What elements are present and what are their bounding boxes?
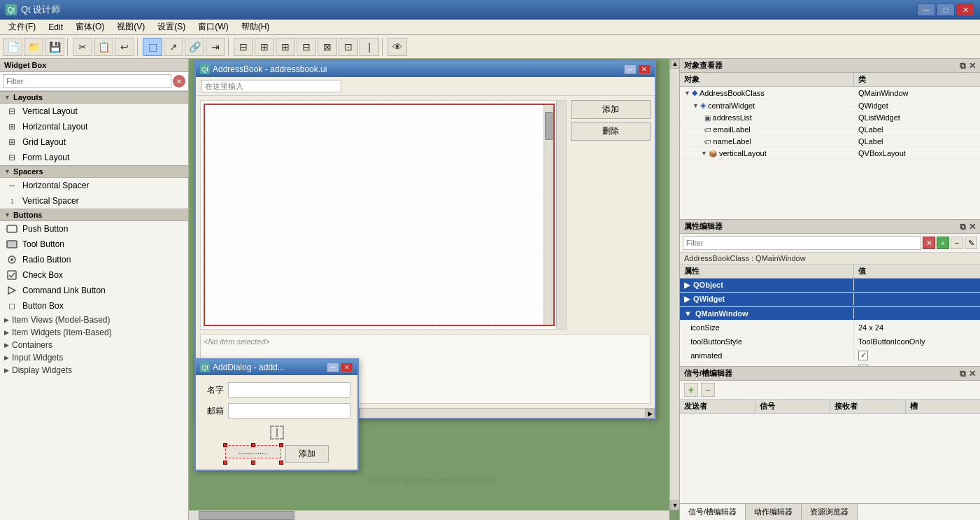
center-h-scrollbar-thumb[interactable] [199, 511, 294, 520]
menu-settings[interactable]: 设置(S) [152, 20, 191, 34]
widget-grid-layout[interactable]: ⊞ Grid Layout [0, 134, 188, 150]
menu-window[interactable]: 窗口(W) [192, 20, 234, 34]
widget-push-button[interactable]: Push Button [0, 221, 188, 237]
widget-vertical-spacer[interactable]: ↕ Vertical Spacer [0, 193, 188, 209]
tab-action-editor[interactable]: 动作编辑器 [746, 504, 802, 520]
new-button[interactable]: 📄 [3, 38, 22, 56]
add-dialog-minimize-btn[interactable]: ─ [327, 363, 339, 372]
layout-h-btn[interactable]: ⊟ [234, 38, 253, 56]
tree-arrow-0[interactable]: ▼ [684, 90, 690, 97]
layout-splitter-btn[interactable]: | [360, 38, 379, 56]
minimize-button[interactable]: ─ [917, 3, 935, 16]
layout-form-btn[interactable]: ⊟ [297, 38, 316, 56]
widget-horizontal-spacer[interactable]: ↔ Horizontal Spacer [0, 178, 188, 193]
addr-search-input[interactable] [201, 80, 341, 92]
tab-signal-slot[interactable]: 信号/槽编辑器 [680, 504, 746, 520]
prop-group-qobject[interactable]: ▶ QObject [680, 279, 980, 293]
name-input[interactable] [228, 382, 350, 398]
delete-contact-btn[interactable]: 删除 [571, 122, 651, 141]
widget-button-box[interactable]: ◻ Button Box [0, 298, 188, 314]
add-dialog-title-buttons[interactable]: ─ ✕ [327, 363, 353, 372]
filter-input[interactable] [3, 74, 171, 88]
prop-clear-btn[interactable]: ✕ [923, 237, 935, 249]
category-item-widgets[interactable]: ▶ Item Widgets (Item-Based) [0, 326, 188, 339]
signal-add-btn[interactable]: + [684, 383, 698, 397]
signal-editor-restore-icon[interactable]: ⧉ [960, 369, 966, 379]
widget-form-layout[interactable]: ⊟ Form Layout [0, 150, 188, 165]
addr-title-buttons[interactable]: ─ ✕ [624, 64, 651, 74]
prop-editor-restore-icon[interactable]: ⧉ [960, 222, 966, 232]
preview-btn[interactable]: 👁 [388, 38, 407, 56]
email-input[interactable] [228, 403, 350, 419]
obj-inspector-close-icon[interactable]: ✕ [969, 61, 976, 71]
obj-inspector-icons[interactable]: ⧉ ✕ [960, 61, 976, 71]
edit-buddy-btn[interactable]: 🔗 [185, 38, 204, 56]
tree-row-4[interactable]: 🏷 nameLabel QLabel [680, 136, 980, 148]
add-button[interactable]: 添加 [285, 445, 329, 463]
open-button[interactable]: 📁 [24, 38, 43, 56]
prop-config-btn[interactable]: ✎ [965, 237, 977, 249]
tree-row-1[interactable]: ▼ ◈ centralWidget QWidget [680, 99, 980, 112]
v-scrollbar[interactable] [544, 105, 553, 325]
maximize-button[interactable]: □ [937, 3, 955, 16]
center-scrollbar-track[interactable] [670, 69, 679, 500]
tree-row-3[interactable]: 🏷 emailLabel QLabel [680, 124, 980, 136]
menu-view[interactable]: 视图(V) [111, 20, 150, 34]
widget-command-link-button[interactable]: Command Link Button [0, 283, 188, 298]
layout-break-btn[interactable]: ⊠ [318, 38, 337, 56]
addr-close-btn[interactable]: ✕ [638, 64, 651, 74]
center-scroll-up[interactable]: ▲ [670, 59, 679, 69]
addr-minimize-btn[interactable]: ─ [624, 64, 637, 74]
save-button[interactable]: 💾 [45, 38, 64, 56]
prop-editor-close-icon[interactable]: ✕ [969, 222, 976, 232]
menu-edit[interactable]: Edit [43, 21, 69, 34]
category-spacers[interactable]: ▼ Spacers [0, 165, 188, 178]
menu-help[interactable]: 帮助(H) [236, 20, 276, 34]
close-button[interactable]: ✕ [956, 3, 974, 16]
prop-group-qwidget[interactable]: ▶ QWidget [680, 293, 980, 307]
signal-remove-btn[interactable]: − [701, 383, 715, 397]
signal-editor-icons[interactable]: ⧉ ✕ [960, 369, 976, 379]
tree-arrow-5[interactable]: ▼ [701, 150, 707, 157]
edit-signal-btn[interactable]: ↗ [164, 38, 183, 56]
edit-widgets-btn[interactable]: ⬚ [143, 38, 162, 56]
category-item-views[interactable]: ▶ Item Views (Model-Based) [0, 314, 188, 326]
prop-row-animated[interactable]: animated ✓ [680, 349, 980, 363]
tab-resource-browser[interactable]: 资源浏览器 [802, 504, 858, 520]
category-containers[interactable]: ▶ Containers [0, 339, 188, 351]
prop-row-iconsize[interactable]: iconSize 24 x 24 [680, 321, 980, 335]
widget-horizontal-layout[interactable]: ⊞ Horizontal Layout [0, 119, 188, 134]
v-scrollbar-thumb[interactable] [545, 112, 553, 140]
center-h-scrollbar[interactable] [189, 510, 669, 520]
filter-clear-button[interactable]: ✕ [173, 75, 185, 87]
tree-arrow-1[interactable]: ▼ [693, 102, 699, 109]
category-layouts[interactable]: ▼ Layouts [0, 91, 188, 104]
prop-row-toolbuttonstyle[interactable]: toolButtonStyle ToolButtonIconOnly [680, 335, 980, 349]
widget-tool-button[interactable]: Tool Button [0, 237, 188, 252]
h-scroll-right[interactable]: ▶ [645, 409, 655, 419]
category-input-widgets[interactable]: ▶ Input Widgets [0, 351, 188, 364]
layout-v-btn[interactable]: ⊞ [255, 38, 274, 56]
center-v-scrollbar[interactable]: ▲ ▼ [669, 59, 679, 510]
tree-row-0[interactable]: ▼ ◆ AddressBookClass QMainWindow [680, 87, 980, 99]
layout-adjust-btn[interactable]: ⊡ [339, 38, 358, 56]
prop-add-btn[interactable]: + [937, 237, 949, 249]
widget-vertical-layout[interactable]: ⊟ Vertical Layout [0, 104, 188, 119]
tree-row-5[interactable]: ▼ 📦 verticalLayout QVBoxLayout [680, 148, 980, 160]
prop-group-qmainwindow[interactable]: ▼ QMainWindow [680, 307, 980, 321]
title-bar-buttons[interactable]: ─ □ ✕ [917, 3, 974, 16]
menu-form[interactable]: 窗体(O) [70, 20, 110, 34]
animated-checkbox[interactable]: ✓ [858, 351, 868, 360]
signal-editor-close-icon[interactable]: ✕ [969, 369, 976, 379]
menu-file[interactable]: 文件(F) [3, 20, 41, 34]
widget-radio-button[interactable]: Radio Button [0, 252, 188, 267]
copy-button[interactable]: 📋 [94, 38, 113, 56]
widget-check-box[interactable]: Check Box [0, 267, 188, 283]
prop-remove-btn[interactable]: − [951, 237, 963, 249]
obj-inspector-restore-icon[interactable]: ⧉ [960, 61, 966, 71]
add-contact-btn[interactable]: 添加 [571, 100, 651, 119]
cut-button[interactable]: ✂ [73, 38, 92, 56]
category-display-widgets[interactable]: ▶ Display Widgets [0, 364, 188, 377]
tree-row-2[interactable]: ▣ addressList QListWidget [680, 112, 980, 124]
undo-button[interactable]: ↩ [115, 38, 134, 56]
